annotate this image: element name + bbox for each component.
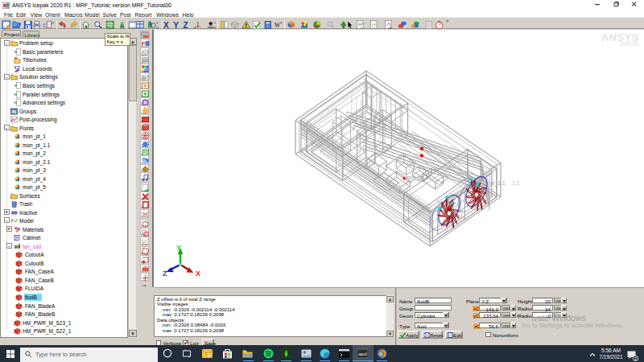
svg-text:mon_pt_1: mon_pt_1 [406, 175, 429, 181]
svg-text:IN: IN [11, 109, 16, 113]
svg-text:W: W [275, 22, 281, 29]
svg-text:Z: Z [17, 65, 19, 70]
svg-text:Y: Y [176, 244, 181, 252]
svg-text:_pt_1.1: _pt_1.1 [486, 180, 506, 187]
svg-text:Z: Z [163, 269, 167, 278]
svg-text:X: X [196, 269, 200, 278]
svg-text:2: 2 [634, 356, 637, 360]
svg-text:x: x [361, 26, 362, 30]
svg-text:1.1: 1.1 [512, 180, 520, 186]
svg-text:apd: apd [359, 352, 367, 356]
svg-text:ab: ab [387, 26, 391, 30]
